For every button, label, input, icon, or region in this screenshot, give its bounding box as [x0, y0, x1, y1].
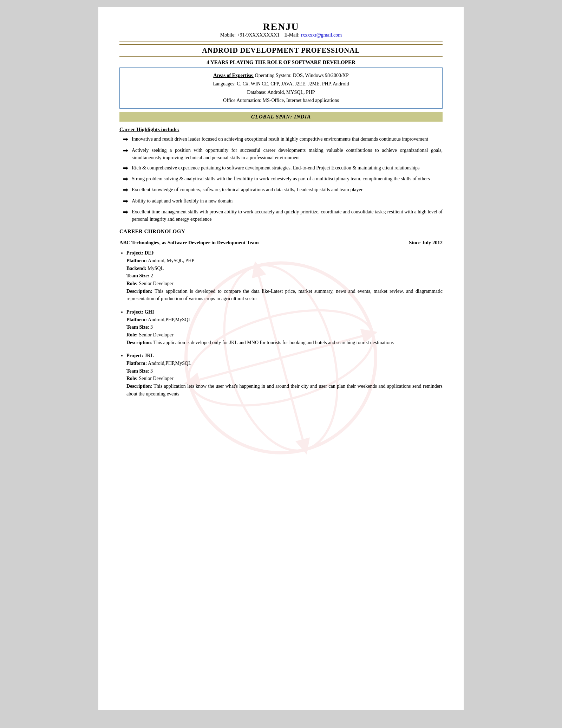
career-highlights-title: Career Highlights include: [119, 127, 443, 133]
project-jkl-teamsize: Team Size: 3 [126, 367, 443, 375]
global-span: GLOBAL SPAN: INDIA [119, 112, 443, 122]
project-jkl-name: Project: JKL [126, 352, 443, 360]
project-jkl-desc: Description: This application lets know … [126, 382, 443, 398]
title-section: ANDROID DEVELOPMENT PROFESSIONAL [119, 44, 443, 57]
svg-marker-6 [295, 437, 314, 456]
highlight-item-1: ➡ Innovative and result driven leader fo… [123, 135, 443, 143]
project-list: Project: DEF Platform: Android, MySQL, P… [119, 249, 443, 398]
email-link[interactable]: rxxxxxr@gmail.com [301, 32, 342, 38]
bullet-1: ➡ [123, 135, 128, 143]
bullet-3: ➡ [123, 164, 128, 172]
project-jkl-role: Role: Senior Developer [126, 375, 443, 382]
resume-page: RENJU Mobile: +91-9XXXXXXXX1| E-Mail: rx… [98, 7, 464, 710]
highlight-text-4: Strong problem solving & analytical skil… [132, 175, 430, 182]
project-ghi-desc: Description: This application is develop… [126, 339, 443, 347]
candidate-name: RENJU [119, 21, 443, 32]
bullet-2: ➡ [123, 147, 128, 155]
expertise-line-1: Areas of Expertise: Operating System: DO… [127, 71, 435, 80]
career-chronology-title: CAREER CHRONOLOGY [119, 228, 443, 236]
expertise-line-4: Office Automation: MS-Office, Internet b… [127, 96, 435, 105]
highlight-item-3: ➡ Rich & comprehensive experience pertai… [123, 164, 443, 172]
project-jkl: Project: JKL Platform: Android,PHP,MySQL… [126, 352, 443, 398]
mobile-value: +91-9XXXXXXXX1| [237, 32, 281, 38]
highlight-text-6: Ability to adapt and work flexibly in a … [132, 197, 233, 205]
bullet-5: ➡ [123, 186, 128, 194]
expertise-box: Areas of Expertise: Operating System: DO… [119, 67, 443, 109]
bullet-4: ➡ [123, 175, 128, 183]
project-def-desc: Description: This application is develop… [126, 288, 443, 303]
bullet-7: ➡ [123, 208, 128, 216]
project-def-backend: Backend: MySQL [126, 265, 443, 272]
highlight-text-2: Actively seeking a position with opportu… [132, 147, 443, 161]
expertise-label: Areas of Expertise: [213, 73, 254, 78]
header: RENJU Mobile: +91-9XXXXXXXX1| E-Mail: rx… [119, 21, 443, 38]
highlight-text-1: Innovative and result driven leader focu… [132, 135, 428, 143]
company-name: ABC Technologies, as Software Developer … [119, 240, 259, 246]
project-def-teamsize: Team Size: 2 [126, 272, 443, 280]
project-def-name: Project: DEF [126, 249, 443, 257]
project-ghi: Project: GHI Platform: Android,PHP,MySQL… [126, 308, 443, 346]
expertise-line-2: Languages: C, C#, WIN CE, CPP, JAVA, J2E… [127, 80, 435, 88]
project-ghi-teamsize: Team Size: 3 [126, 323, 443, 331]
project-def: Project: DEF Platform: Android, MySQL, P… [126, 249, 443, 303]
highlight-text-5: Excellent knowledge of computers, softwa… [132, 186, 362, 193]
highlight-item-4: ➡ Strong problem solving & analytical sk… [123, 175, 443, 183]
project-jkl-platform: Platform: Android,PHP,MySQL [126, 360, 443, 367]
subtitle: 4 YEARS PLAYING THE ROLE OF SOFTWARE DEV… [119, 59, 443, 65]
expertise-line-3: Database: Android, MYSQL, PHP [127, 88, 435, 97]
highlight-item-6: ➡ Ability to adapt and work flexibly in … [123, 197, 443, 205]
highlight-text-7: Excellent time management skills with pr… [132, 208, 443, 223]
main-title: ANDROID DEVELOPMENT PROFESSIONAL [119, 44, 443, 57]
expertise-os: Operating System: DOS, Windows 98/2000/X… [255, 73, 349, 78]
divider-top [119, 41, 443, 41]
page-content: RENJU Mobile: +91-9XXXXXXXX1| E-Mail: rx… [119, 21, 443, 398]
project-ghi-name: Project: GHI [126, 308, 443, 316]
highlight-item-5: ➡ Excellent knowledge of computers, soft… [123, 186, 443, 194]
bullet-6: ➡ [123, 197, 128, 205]
company-row: ABC Technologies, as Software Developer … [119, 240, 443, 246]
highlight-item-7: ➡ Excellent time management skills with … [123, 208, 443, 223]
project-def-platform: Platform: Android, MySQL, PHP [126, 257, 443, 265]
highlight-text-3: Rich & comprehensive experience pertaini… [132, 164, 420, 172]
highlights-list: ➡ Innovative and result driven leader fo… [119, 135, 443, 223]
since-date: Since July 2012 [409, 240, 443, 246]
email-label: E-Mail: [284, 32, 300, 38]
project-ghi-platform: Platform: Android,PHP,MySQL [126, 316, 443, 324]
mobile-label: Mobile: [220, 32, 236, 38]
project-ghi-role: Role: Senior Developer [126, 331, 443, 339]
contact-info: Mobile: +91-9XXXXXXXX1| E-Mail: rxxxxxr@… [119, 32, 443, 38]
highlight-item-2: ➡ Actively seeking a position with oppor… [123, 147, 443, 161]
project-def-role: Role: Senior Developer [126, 280, 443, 288]
global-span-text: GLOBAL SPAN: INDIA [251, 114, 311, 120]
